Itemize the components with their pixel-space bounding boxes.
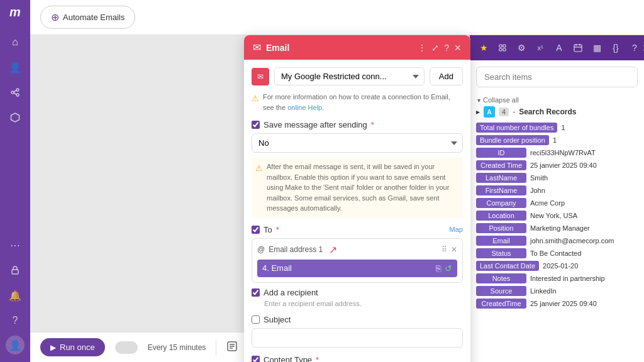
refresh-icon[interactable]: ↺: [445, 263, 452, 273]
email-pill-actions: ⠿ ✕: [441, 245, 457, 254]
puzzle-icon[interactable]: [495, 40, 510, 55]
record-key: Last Contact Date: [476, 261, 539, 271]
svg-point-2: [16, 94, 19, 96]
map-button[interactable]: Map: [450, 226, 463, 233]
save-message-checkbox[interactable]: [252, 121, 260, 129]
record-row[interactable]: CreatedTime25 janvier 2025 09:40: [476, 299, 638, 309]
history-icon[interactable]: [226, 341, 238, 354]
automate-emails-button[interactable]: ⊕ Automate Emails: [40, 6, 135, 29]
expand-icon[interactable]: ⤢: [431, 43, 439, 53]
record-key: FirstName: [476, 185, 526, 195]
search-input[interactable]: [476, 67, 638, 87]
close-modal-icon[interactable]: ✕: [454, 43, 462, 53]
email-input-icons: ⎘ ↺: [436, 263, 452, 273]
subject-checkbox[interactable]: [252, 315, 260, 324]
record-value: 25 janvier 2025 09:40: [530, 160, 597, 170]
modal-title: Email: [266, 43, 289, 53]
save-message-select[interactable]: No: [252, 133, 463, 153]
hexagon-icon[interactable]: [4, 106, 26, 129]
record-value: 1: [553, 135, 557, 145]
record-value: John: [530, 185, 545, 195]
records-header: ▸ A 4 - Search Records: [476, 106, 638, 118]
subject-input[interactable]: [252, 328, 463, 348]
superscript-icon[interactable]: x¹: [533, 40, 548, 55]
save-message-label-row: Save message after sending *: [252, 120, 463, 129]
plus-icon: ⊕: [51, 11, 59, 23]
calendar-icon[interactable]: [570, 40, 586, 55]
record-row[interactable]: NotesInterested in partnership: [476, 273, 638, 283]
canvas: ✉ Email ⋮ ⤢ ? ✕ ✉ My Google Restricted c…: [30, 35, 644, 362]
records-count-badge: 4: [499, 107, 509, 116]
gear-icon[interactable]: ⚙: [514, 40, 529, 55]
star-icon[interactable]: ★: [476, 40, 491, 55]
email-at-icon: @: [257, 245, 265, 254]
record-key: LastName: [476, 173, 526, 183]
record-row[interactable]: LocationNew York, USA: [476, 211, 638, 221]
email-input-wrapper[interactable]: 4. Email ⎘ ↺: [257, 260, 457, 277]
record-row[interactable]: Emailjohn.smith@acmecorp.com: [476, 236, 638, 246]
svg-rect-6: [12, 270, 18, 274]
drag-icon[interactable]: ⠿: [441, 245, 447, 254]
right-panel-toolbar: ★ ⚙ x¹ A: [470, 35, 644, 60]
home-icon[interactable]: ⌂: [4, 31, 26, 53]
add-connection-button[interactable]: Add: [430, 67, 463, 85]
close-pill-icon[interactable]: ✕: [451, 245, 457, 254]
record-row[interactable]: FirstNameJohn: [476, 185, 638, 195]
email-value: 4. Email: [262, 263, 292, 273]
record-row[interactable]: Created Time25 janvier 2025 09:40: [476, 160, 638, 170]
record-row[interactable]: LastNameSmith: [476, 173, 638, 183]
content-type-checkbox[interactable]: [252, 356, 260, 363]
record-value: 25 janvier 2025 09:40: [530, 299, 597, 309]
svg-rect-8: [503, 45, 506, 47]
expand-arrow-icon[interactable]: ▸: [476, 107, 480, 116]
svg-point-1: [11, 91, 14, 94]
subject-label-row: Subject: [252, 315, 463, 324]
schedule-toggle-switch[interactable]: [115, 341, 138, 354]
question-mark-icon[interactable]: ?: [444, 43, 449, 53]
record-row[interactable]: Last Contact Date2025-01-20: [476, 261, 638, 271]
main-area: ⊕ Automate Emails ✉ Email ⋮ ⤢ ? ✕: [30, 0, 644, 362]
connection-email-icon: ✉: [252, 68, 269, 85]
record-row[interactable]: StatusTo Be Contacted: [476, 248, 638, 258]
record-row[interactable]: Total number of bundles1: [476, 123, 638, 133]
content-type-required: *: [316, 355, 319, 363]
record-row[interactable]: PositionMarketing Manager: [476, 223, 638, 233]
connection-row: ✉ My Google Restricted conn... Add: [252, 67, 463, 85]
connection-select[interactable]: My Google Restricted conn...: [274, 67, 425, 85]
sidebar: m ⌂ 👤 ⋯ 🔔 ? 👤: [0, 0, 30, 362]
record-value: LinkedIn: [530, 286, 557, 296]
question-panel-icon[interactable]: ?: [627, 40, 642, 55]
to-checkbox[interactable]: [252, 226, 260, 234]
record-value: Interested in partnership: [530, 273, 605, 283]
copy-icon[interactable]: ⎘: [436, 263, 441, 273]
run-once-button[interactable]: ▶ Run once: [40, 338, 105, 356]
record-row[interactable]: IDreci5l33HNpW7RvAT: [476, 148, 638, 158]
grid-icon[interactable]: ▦: [589, 40, 604, 55]
more-icon[interactable]: ⋮: [418, 43, 426, 53]
online-help-link[interactable]: online Help: [287, 104, 322, 111]
record-key: Location: [476, 211, 526, 221]
airtable-icon: A: [484, 106, 495, 118]
user-avatar-icon[interactable]: 👤: [6, 336, 25, 354]
record-key: Created Time: [476, 160, 526, 170]
bell-icon[interactable]: 🔔: [4, 284, 26, 307]
help-circle-icon[interactable]: ?: [4, 309, 26, 332]
add-recipient-checkbox[interactable]: [252, 288, 260, 297]
lock-icon[interactable]: [4, 259, 26, 282]
menu-dots-icon[interactable]: ⋯: [4, 234, 26, 256]
share-icon[interactable]: [4, 81, 26, 104]
email-pill-header: @ Email address 1 ↗ ⠿ ✕: [257, 244, 457, 256]
users-icon[interactable]: 👤: [4, 56, 26, 79]
email-icon: ✉: [253, 41, 261, 53]
braces-icon[interactable]: {}: [608, 40, 623, 55]
separator: [216, 340, 216, 355]
text-icon[interactable]: A: [552, 40, 567, 55]
svg-line-3: [14, 90, 16, 92]
record-row[interactable]: Bundle order position1: [476, 135, 638, 145]
collapse-all-button[interactable]: ▾ Collapse all: [470, 94, 644, 106]
save-info-text: ⚠ After the email message is sent, it wi…: [252, 158, 463, 217]
record-row[interactable]: SourceLinkedIn: [476, 286, 638, 296]
record-key: Bundle order position: [476, 135, 549, 145]
modal-header: ✉ Email ⋮ ⤢ ? ✕: [244, 35, 470, 60]
record-row[interactable]: CompanyAcme Corp: [476, 198, 638, 208]
